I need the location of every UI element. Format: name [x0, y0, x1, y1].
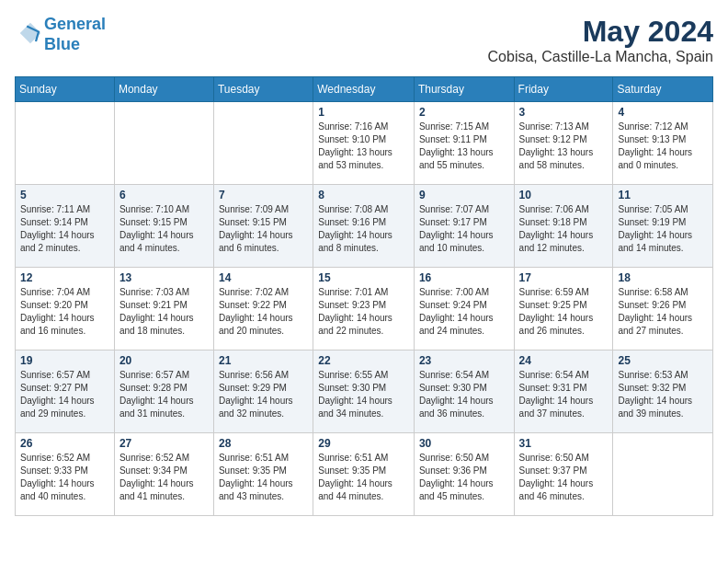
day-number: 21 [219, 354, 308, 367]
calendar-week-4: 19Sunrise: 6:57 AM Sunset: 9:27 PM Dayli… [16, 350, 713, 433]
calendar-week-5: 26Sunrise: 6:52 AM Sunset: 9:33 PM Dayli… [16, 433, 713, 516]
calendar-cell: 13Sunrise: 7:03 AM Sunset: 9:21 PM Dayli… [114, 268, 213, 350]
page-header: General Blue May 2024 Cobisa, Castille-L… [15, 15, 713, 65]
day-number: 25 [618, 354, 708, 367]
day-number: 12 [20, 271, 109, 284]
day-info: Sunrise: 6:52 AM Sunset: 9:34 PM Dayligh… [119, 452, 209, 503]
header-thursday: Thursday [414, 77, 514, 102]
calendar-cell [613, 433, 713, 516]
calendar-cell [114, 102, 213, 185]
day-number: 24 [519, 354, 609, 367]
calendar-cell: 7Sunrise: 7:09 AM Sunset: 9:15 PM Daylig… [213, 185, 313, 268]
day-info: Sunrise: 7:16 AM Sunset: 9:10 PM Dayligh… [318, 121, 409, 172]
calendar-cell: 19Sunrise: 6:57 AM Sunset: 9:27 PM Dayli… [16, 350, 115, 433]
day-number: 30 [419, 437, 509, 450]
day-number: 3 [519, 106, 609, 119]
logo-text: General Blue [44, 15, 106, 54]
day-number: 19 [20, 354, 109, 367]
location-title: Cobisa, Castille-La Mancha, Spain [488, 49, 713, 65]
day-info: Sunrise: 7:15 AM Sunset: 9:11 PM Dayligh… [419, 121, 509, 172]
month-title: May 2024 [488, 15, 713, 49]
day-number: 16 [419, 271, 509, 284]
calendar-cell: 1Sunrise: 7:16 AM Sunset: 9:10 PM Daylig… [313, 102, 415, 185]
logo-general: General [44, 15, 106, 33]
calendar-cell: 24Sunrise: 6:54 AM Sunset: 9:31 PM Dayli… [514, 350, 613, 433]
day-number: 11 [618, 189, 708, 201]
calendar-cell: 26Sunrise: 6:52 AM Sunset: 9:33 PM Dayli… [16, 433, 115, 516]
day-number: 29 [318, 437, 409, 450]
calendar-cell: 27Sunrise: 6:52 AM Sunset: 9:34 PM Dayli… [114, 433, 213, 516]
day-info: Sunrise: 6:51 AM Sunset: 9:35 PM Dayligh… [219, 452, 308, 503]
day-info: Sunrise: 7:02 AM Sunset: 9:22 PM Dayligh… [219, 286, 308, 338]
day-info: Sunrise: 7:13 AM Sunset: 9:12 PM Dayligh… [519, 121, 609, 172]
day-info: Sunrise: 7:07 AM Sunset: 9:17 PM Dayligh… [419, 203, 509, 255]
day-info: Sunrise: 6:50 AM Sunset: 9:36 PM Dayligh… [419, 452, 509, 503]
day-number: 31 [519, 437, 609, 450]
calendar-week-2: 5Sunrise: 7:11 AM Sunset: 9:14 PM Daylig… [16, 185, 713, 268]
header-sunday: Sunday [16, 77, 115, 102]
day-number: 20 [119, 354, 209, 367]
day-number: 8 [318, 189, 409, 201]
calendar-cell: 6Sunrise: 7:10 AM Sunset: 9:15 PM Daylig… [114, 185, 213, 268]
calendar-week-1: 1Sunrise: 7:16 AM Sunset: 9:10 PM Daylig… [16, 102, 713, 185]
calendar-cell: 4Sunrise: 7:12 AM Sunset: 9:13 PM Daylig… [613, 102, 713, 185]
calendar-cell: 12Sunrise: 7:04 AM Sunset: 9:20 PM Dayli… [16, 268, 115, 350]
header-wednesday: Wednesday [313, 77, 415, 102]
calendar-cell: 22Sunrise: 6:55 AM Sunset: 9:30 PM Dayli… [313, 350, 415, 433]
calendar-cell: 3Sunrise: 7:13 AM Sunset: 9:12 PM Daylig… [514, 102, 613, 185]
day-info: Sunrise: 6:53 AM Sunset: 9:32 PM Dayligh… [618, 369, 708, 420]
calendar-cell: 23Sunrise: 6:54 AM Sunset: 9:30 PM Dayli… [414, 350, 514, 433]
calendar-cell: 5Sunrise: 7:11 AM Sunset: 9:14 PM Daylig… [16, 185, 115, 268]
day-info: Sunrise: 7:11 AM Sunset: 9:14 PM Dayligh… [20, 203, 109, 255]
calendar-cell: 25Sunrise: 6:53 AM Sunset: 9:32 PM Dayli… [613, 350, 713, 433]
title-block: May 2024 Cobisa, Castille-La Mancha, Spa… [488, 15, 713, 65]
day-number: 6 [119, 189, 209, 201]
day-info: Sunrise: 6:58 AM Sunset: 9:26 PM Dayligh… [618, 286, 708, 338]
day-info: Sunrise: 7:12 AM Sunset: 9:13 PM Dayligh… [618, 121, 708, 172]
calendar-header-row: SundayMondayTuesdayWednesdayThursdayFrid… [16, 77, 713, 102]
calendar-cell [213, 102, 313, 185]
day-number: 9 [419, 189, 509, 201]
calendar-cell: 16Sunrise: 7:00 AM Sunset: 9:24 PM Dayli… [414, 268, 514, 350]
calendar-cell: 9Sunrise: 7:07 AM Sunset: 9:17 PM Daylig… [414, 185, 514, 268]
day-number: 10 [519, 189, 609, 201]
day-number: 17 [519, 271, 609, 284]
day-info: Sunrise: 7:10 AM Sunset: 9:15 PM Dayligh… [119, 203, 209, 255]
calendar-cell: 29Sunrise: 6:51 AM Sunset: 9:35 PM Dayli… [313, 433, 415, 516]
calendar-cell: 14Sunrise: 7:02 AM Sunset: 9:22 PM Dayli… [213, 268, 313, 350]
header-saturday: Saturday [613, 77, 713, 102]
day-info: Sunrise: 6:57 AM Sunset: 9:28 PM Dayligh… [119, 369, 209, 420]
day-number: 2 [419, 106, 509, 119]
calendar-cell: 28Sunrise: 6:51 AM Sunset: 9:35 PM Dayli… [213, 433, 313, 516]
calendar-cell: 20Sunrise: 6:57 AM Sunset: 9:28 PM Dayli… [114, 350, 213, 433]
logo-blue: Blue [44, 35, 80, 53]
day-number: 26 [20, 437, 109, 450]
day-number: 14 [219, 271, 308, 284]
day-info: Sunrise: 6:55 AM Sunset: 9:30 PM Dayligh… [318, 369, 409, 420]
day-info: Sunrise: 7:05 AM Sunset: 9:19 PM Dayligh… [618, 203, 708, 255]
logo-icon [17, 19, 44, 47]
logo: General Blue [15, 15, 106, 54]
day-number: 28 [219, 437, 308, 450]
day-info: Sunrise: 6:54 AM Sunset: 9:31 PM Dayligh… [519, 369, 609, 420]
calendar-cell: 18Sunrise: 6:58 AM Sunset: 9:26 PM Dayli… [613, 268, 713, 350]
day-number: 7 [219, 189, 308, 201]
day-info: Sunrise: 6:50 AM Sunset: 9:37 PM Dayligh… [519, 452, 609, 503]
calendar-week-3: 12Sunrise: 7:04 AM Sunset: 9:20 PM Dayli… [16, 268, 713, 350]
calendar-cell: 8Sunrise: 7:08 AM Sunset: 9:16 PM Daylig… [313, 185, 415, 268]
calendar-cell: 10Sunrise: 7:06 AM Sunset: 9:18 PM Dayli… [514, 185, 613, 268]
day-number: 4 [618, 106, 708, 119]
day-number: 27 [119, 437, 209, 450]
day-info: Sunrise: 6:52 AM Sunset: 9:33 PM Dayligh… [20, 452, 109, 503]
day-info: Sunrise: 7:08 AM Sunset: 9:16 PM Dayligh… [318, 203, 409, 255]
day-info: Sunrise: 7:01 AM Sunset: 9:23 PM Dayligh… [318, 286, 409, 338]
day-info: Sunrise: 7:00 AM Sunset: 9:24 PM Dayligh… [419, 286, 509, 338]
header-monday: Monday [114, 77, 213, 102]
calendar-cell: 31Sunrise: 6:50 AM Sunset: 9:37 PM Dayli… [514, 433, 613, 516]
day-info: Sunrise: 6:54 AM Sunset: 9:30 PM Dayligh… [419, 369, 509, 420]
calendar-cell: 2Sunrise: 7:15 AM Sunset: 9:11 PM Daylig… [414, 102, 514, 185]
header-tuesday: Tuesday [213, 77, 313, 102]
day-number: 22 [318, 354, 409, 367]
day-number: 5 [20, 189, 109, 201]
day-info: Sunrise: 7:04 AM Sunset: 9:20 PM Dayligh… [20, 286, 109, 338]
